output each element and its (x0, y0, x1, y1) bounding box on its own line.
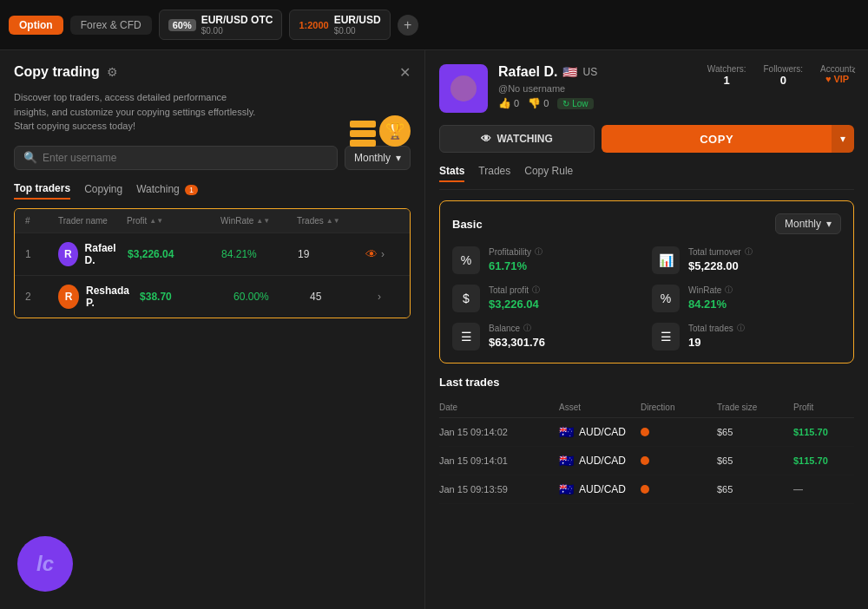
expand-reshada-icon[interactable]: › (378, 291, 381, 303)
direction-cell-3 (641, 485, 710, 494)
tab-copy-rule[interactable]: Copy Rule (524, 165, 573, 182)
winrate-icon-box: % (652, 285, 680, 312)
close-detail-button[interactable]: ‹ (852, 62, 856, 76)
info-icon: ⓘ (737, 323, 745, 334)
rank-2: 2 (25, 291, 51, 303)
tab-option[interactable]: Option (9, 16, 63, 35)
trade-size-1: $65 (717, 427, 786, 437)
total-profit-label: Total profit ⓘ (489, 285, 641, 296)
stat-total-turnover: 📊 Total turnover ⓘ $5,228.00 (652, 246, 841, 274)
col-actions (365, 216, 399, 226)
traders-table: # Trader name Profit ▲▼ WinRate ▲▼ Trade… (14, 208, 411, 318)
trade-date-1: Jan 15 09:14:02 (439, 427, 552, 437)
logo-text: lc (36, 552, 54, 576)
stats-tabs: Stats Trades Copy Rule (439, 165, 854, 190)
likes-count: 0 (514, 98, 519, 108)
table-row[interactable]: 1 R Rafael D. $3,226.04 84.21% 19 👁 › (15, 232, 410, 275)
trades-table-header: Date Asset Direction Trade size Profit (439, 397, 854, 418)
trade-date-3: Jan 15 09:13:59 (439, 484, 552, 494)
tab-watching[interactable]: Watching 1 (136, 183, 198, 199)
tab-stats[interactable]: Stats (439, 165, 464, 182)
expand-rafael-icon[interactable]: › (381, 248, 385, 260)
col-rank: # (25, 216, 51, 226)
instrument1-pct: 60% (168, 19, 196, 31)
account-label: Account: (820, 64, 854, 74)
profit-sort-icon: ▲▼ (149, 217, 163, 225)
asset-name-2: AUD/CAD (579, 455, 626, 467)
instrument-eurusd[interactable]: 1:2000 EUR/USD $0.00 (289, 10, 390, 40)
profitability-icon: % (461, 253, 471, 267)
watching-badge: 1 (185, 185, 198, 195)
total-trades-icon: ☰ (661, 330, 672, 344)
tab-copying[interactable]: Copying (84, 183, 122, 199)
trader-name-rafael: Rafael D. (85, 242, 121, 266)
stat-winrate: % WinRate ⓘ 84.21% (652, 285, 841, 312)
total-trades-value: 19 (688, 336, 841, 349)
balance-value: $63,301.76 (489, 336, 641, 349)
instrument1-name: EUR/USD OTC (201, 14, 273, 26)
instrument2-price: $0.00 (334, 26, 381, 36)
total-profit-value: $3,226.04 (489, 298, 641, 311)
tab-trades[interactable]: Trades (478, 165, 510, 182)
main-area: Copy trading ⚙ ✕ Discover top traders, a… (0, 50, 868, 609)
col-trades[interactable]: Trades ▲▼ (297, 216, 358, 226)
add-instrument-button[interactable]: + (398, 15, 418, 36)
info-icon: ⓘ (745, 246, 753, 258)
balance-label: Balance ⓘ (489, 323, 641, 334)
deco-bar2 (350, 130, 376, 137)
profile-header: Rafael D. 🇺🇸 US @No username 👍 0 👎 0 (439, 64, 854, 113)
total-trades-icon-box: ☰ (652, 323, 680, 350)
rank-1: 1 (25, 248, 51, 260)
info-icon: ⓘ (725, 285, 733, 296)
refresh-icon: ↻ (562, 99, 569, 108)
deco-bar3 (350, 140, 376, 147)
trades-rafael: 19 (298, 248, 358, 260)
turnover-label: Total turnover ⓘ (688, 246, 841, 258)
table-header: # Trader name Profit ▲▼ WinRate ▲▼ Trade… (15, 209, 410, 232)
stat-total-trades: ☰ Total trades ⓘ 19 (652, 323, 841, 350)
basic-stats-box: Basic Monthly ▾ % Profitability ⓘ (439, 200, 854, 363)
settings-icon[interactable]: ⚙ (107, 65, 118, 79)
close-panel-button[interactable]: ✕ (399, 64, 411, 81)
basic-stats-header: Basic Monthly ▾ (452, 213, 841, 234)
risk-badge: ↻ Low (557, 98, 593, 109)
winrate-icon: % (661, 291, 671, 305)
profile-username: @No username (498, 83, 697, 94)
trophy-decoration: 🏆 (350, 115, 411, 147)
profile-name-row: Rafael D. 🇺🇸 US (498, 64, 697, 80)
account-stat: Account: ♥ VIP (820, 64, 854, 84)
tab-top-traders[interactable]: Top traders (14, 182, 70, 200)
col-profit[interactable]: Profit ▲▼ (127, 216, 214, 226)
profit-reshada: $38.70 (140, 291, 227, 303)
search-input-wrap[interactable]: 🔍 (14, 146, 338, 170)
copy-button[interactable]: COPY (602, 125, 832, 153)
table-row[interactable]: 2 R Reshada P. $38.70 60.00% 45 › (15, 275, 410, 318)
basic-title: Basic (452, 218, 483, 231)
dislike-icon: 👎 (528, 97, 541, 109)
direction-cell-2 (641, 456, 710, 465)
actions-rafael: 👁 › (365, 247, 400, 261)
search-input[interactable] (43, 152, 328, 164)
watching-button[interactable]: 👁 WATCHING (439, 125, 595, 153)
winrate-value: 84.21% (688, 298, 841, 311)
stats-grid: % Profitability ⓘ 61.71% 📊 (452, 246, 841, 350)
col-trader: Trader name (58, 216, 120, 226)
col-winrate[interactable]: WinRate ▲▼ (220, 216, 290, 226)
trader-cell-reshada: R Reshada P. (58, 285, 133, 309)
copy-dropdown-button[interactable]: ▾ (832, 125, 854, 153)
search-icon: 🔍 (23, 151, 37, 164)
tab-forex[interactable]: Forex & CFD (70, 16, 152, 35)
panel-title: Copy trading (14, 64, 100, 80)
basic-monthly-dropdown[interactable]: Monthly ▾ (775, 213, 841, 234)
trade-size-2: $65 (717, 455, 786, 466)
profile-avatar (439, 64, 488, 113)
profitability-content: Profitability ⓘ 61.71% (489, 246, 641, 272)
vip-badge: ♥ VIP (825, 74, 849, 84)
turnover-icon-box: 📊 (652, 246, 680, 274)
watch-rafael-icon[interactable]: 👁 (365, 247, 378, 261)
asset-cell-1: 🇦🇺 AUD/CAD (559, 425, 634, 439)
instrument-eurusd-otc[interactable]: 60% EUR/USD OTC $0.00 (159, 10, 283, 40)
reactions-row: 👍 0 👎 0 ↻ Low (498, 97, 697, 109)
monthly-filter-dropdown[interactable]: Monthly ▾ (345, 146, 411, 170)
profitability-icon-box: % (452, 246, 480, 274)
